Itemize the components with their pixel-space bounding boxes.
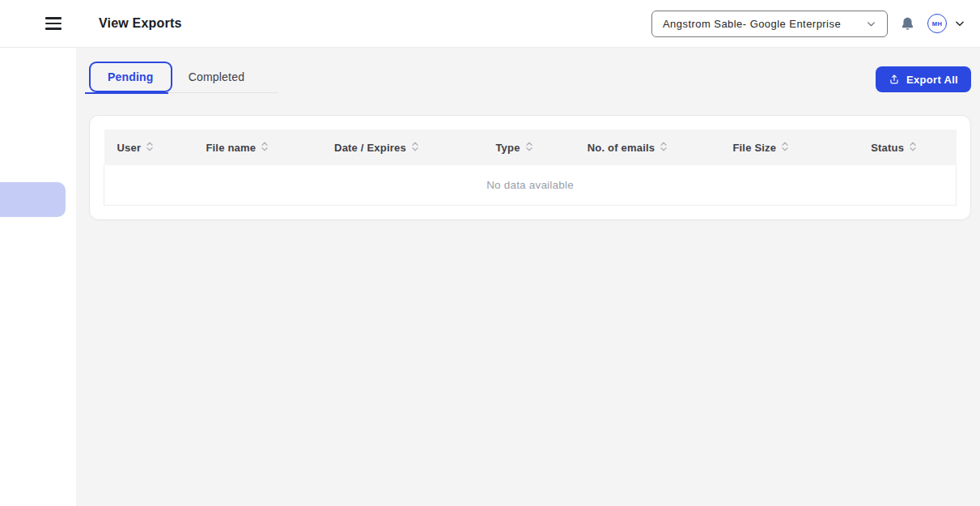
org-selector-dropdown[interactable]: Angstrom Sable- Google Enterprise <box>651 11 888 37</box>
sort-icon <box>909 141 917 155</box>
sort-icon <box>411 141 419 155</box>
topbar-actions: Angstrom Sable- Google Enterprise MH <box>651 11 965 37</box>
column-label: Status <box>871 142 904 154</box>
hamburger-menu-button[interactable] <box>45 14 65 33</box>
tab-pending-label: Pending <box>108 70 154 83</box>
exports-table: User File name Date / Expires <box>104 130 957 206</box>
empty-state-row: No data available <box>104 165 957 205</box>
sort-icon <box>660 141 668 155</box>
sort-icon <box>261 141 269 155</box>
column-label: No. of emails <box>588 142 655 154</box>
upload-icon <box>889 74 900 85</box>
column-header-user[interactable]: User <box>104 130 185 165</box>
exports-card: User File name Date / Expires <box>89 115 971 220</box>
sidebar-active-item[interactable] <box>0 182 66 217</box>
top-bar: View Exports Angstrom Sable- Google Ente… <box>0 0 980 48</box>
table-header-row: User File name Date / Expires <box>104 130 957 165</box>
menu-icon <box>45 17 62 19</box>
export-all-label: Export All <box>906 74 958 86</box>
chevron-down-icon <box>866 19 876 29</box>
notifications-button[interactable] <box>900 15 915 32</box>
tabs: Pending Completed <box>89 61 278 93</box>
column-header-status[interactable]: Status <box>832 130 957 165</box>
toolbar-row: Pending Completed Export All <box>89 61 971 93</box>
column-header-file-name[interactable]: File name <box>185 130 291 165</box>
export-all-button[interactable]: Export All <box>876 66 971 92</box>
column-header-type[interactable]: Type <box>464 130 565 165</box>
org-selector-value: Angstrom Sable- Google Enterprise <box>663 18 841 30</box>
tab-completed[interactable]: Completed <box>172 62 261 92</box>
sort-icon <box>781 141 789 155</box>
column-header-no-of-emails[interactable]: No. of emails <box>565 130 690 165</box>
tab-completed-label: Completed <box>189 70 245 83</box>
column-header-file-size[interactable]: File Size <box>690 130 832 165</box>
sort-icon <box>525 141 533 155</box>
column-label: Date / Expires <box>334 142 406 154</box>
user-menu-chevron-icon <box>954 18 965 29</box>
column-label: File Size <box>732 142 776 154</box>
column-label: File name <box>206 142 256 154</box>
active-tab-underline <box>85 92 168 95</box>
column-label: User <box>117 142 142 154</box>
tab-pending[interactable]: Pending <box>89 62 172 92</box>
menu-icon <box>45 23 62 24</box>
avatar[interactable]: MH <box>927 14 947 33</box>
empty-state-message: No data available <box>104 165 957 205</box>
sidebar <box>0 48 76 506</box>
menu-icon <box>45 28 62 29</box>
sort-icon <box>146 141 154 155</box>
column-header-date-expires[interactable]: Date / Expires <box>290 130 464 165</box>
user-menu[interactable]: MH <box>927 14 965 33</box>
avatar-initials: MH <box>932 20 942 28</box>
page-title: View Exports <box>99 16 182 31</box>
column-label: Type <box>495 142 520 154</box>
main-content: Pending Completed Export All <box>76 48 980 506</box>
bell-icon <box>900 15 915 32</box>
